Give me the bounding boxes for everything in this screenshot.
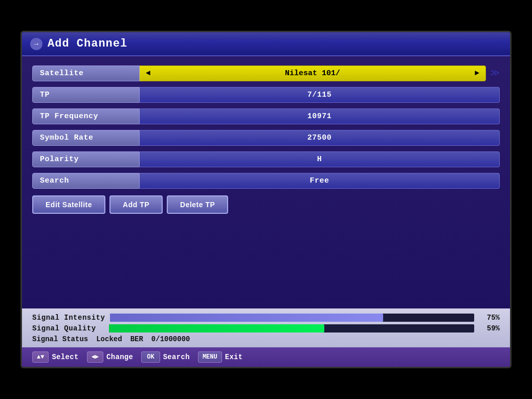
main-content: Satellite ◄ Nilesat 101/ ► ≫ TP 7/115 TP…	[22, 56, 510, 308]
satellite-value-wrapper: ◄ Nilesat 101/ ►	[140, 65, 486, 81]
ok-key-badge: OK	[141, 351, 160, 363]
scroll-icon: ≫	[490, 69, 500, 78]
polarity-value: H	[140, 151, 500, 167]
satellite-field-row: Satellite ◄ Nilesat 101/ ► ≫	[32, 63, 500, 83]
buttons-row: Edit Satellite Add TP Delete TP	[32, 195, 500, 214]
search-value: Free	[140, 173, 500, 189]
symbol-rate-value: 27500	[140, 130, 500, 146]
change-key-label: Change	[106, 353, 133, 361]
signal-quality-label: Signal Quality	[32, 324, 104, 332]
signal-intensity-percent: 75%	[479, 314, 500, 322]
signal-intensity-label: Signal Intensity	[32, 314, 105, 322]
signal-quality-bar	[109, 324, 324, 332]
signal-quality-percent: 59%	[479, 324, 500, 332]
change-key: ◄► Change	[87, 351, 134, 363]
tp-frequency-field-row: TP Frequency 10971	[32, 106, 500, 126]
signal-intensity-row: Signal Intensity 75%	[32, 314, 500, 322]
satellite-label: Satellite	[32, 65, 140, 81]
search-key: OK Search	[141, 351, 190, 363]
delete-tp-button[interactable]: Delete TP	[167, 195, 228, 214]
symbol-rate-label: Symbol Rate	[32, 130, 140, 146]
edit-satellite-button[interactable]: Edit Satellite	[32, 195, 105, 214]
page-title: Add Channel	[48, 37, 127, 50]
signal-status-value: Locked	[96, 335, 122, 343]
signal-quality-row: Signal Quality 59%	[32, 324, 500, 332]
left-arrow: ◄	[146, 69, 150, 78]
satellite-value-text: Nilesat 101/	[285, 69, 340, 78]
select-key-badge: ▲▼	[32, 351, 49, 363]
signal-quality-bar-container	[109, 324, 474, 332]
menu-key-badge: MENU	[198, 351, 222, 363]
change-key-badge: ◄►	[87, 351, 103, 363]
ber-label: BER	[130, 335, 143, 343]
satellite-value[interactable]: ◄ Nilesat 101/ ►	[140, 65, 486, 81]
signal-section: Signal Intensity 75% Signal Quality 59% …	[22, 308, 510, 347]
exit-key: MENU Exit	[198, 351, 243, 363]
tp-value: 7/115	[140, 87, 500, 103]
signal-intensity-bar	[110, 314, 383, 322]
search-label: Search	[32, 173, 140, 189]
select-key-label: Select	[52, 353, 78, 361]
right-arrow: ►	[475, 69, 479, 78]
tp-field-row: TP 7/115	[32, 85, 500, 104]
bottom-bar: ▲▼ Select ◄► Change OK Search MENU Exit	[22, 347, 510, 367]
polarity-label: Polarity	[32, 151, 140, 167]
ber-value: 0/1000000	[151, 335, 190, 343]
tp-label: TP	[32, 87, 140, 103]
polarity-field-row: Polarity H	[32, 149, 500, 169]
signal-status-label: Signal Status	[32, 335, 88, 343]
tp-frequency-label: TP Frequency	[32, 108, 140, 124]
select-key: ▲▼ Select	[32, 351, 79, 363]
screen: → Add Channel Satellite ◄ Nilesat 101/ ►…	[20, 31, 512, 368]
add-tp-button[interactable]: Add TP	[109, 195, 163, 214]
tp-frequency-value: 10971	[140, 108, 500, 124]
symbol-rate-field-row: Symbol Rate 27500	[32, 128, 500, 147]
signal-status-row: Signal Status Locked BER 0/1000000	[32, 335, 500, 343]
title-icon: →	[30, 38, 42, 50]
search-field-row: Search Free	[32, 171, 500, 190]
signal-intensity-bar-container	[110, 314, 474, 322]
search-key-label: Search	[163, 353, 190, 361]
exit-key-label: Exit	[225, 353, 243, 361]
title-bar: → Add Channel	[22, 32, 510, 56]
